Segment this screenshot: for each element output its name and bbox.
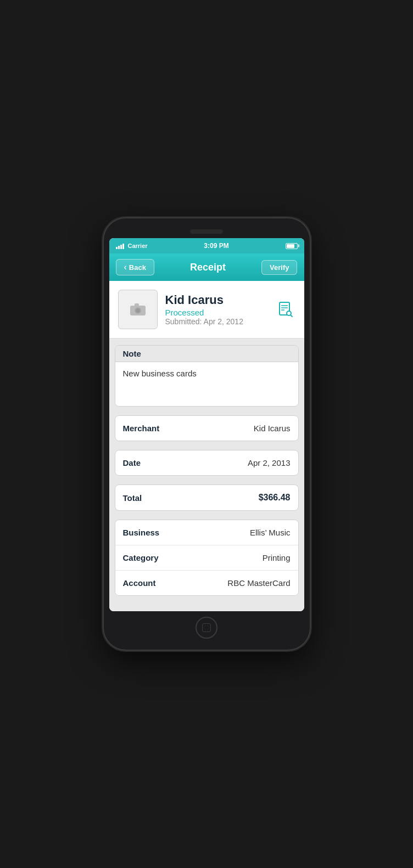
receipt-header: Kid Icarus Processed Submitted: Apr 2, 2…: [109, 281, 304, 339]
signal-bar-4: [122, 244, 124, 249]
date-value: Apr 2, 2013: [248, 458, 291, 467]
spacer-7: [109, 605, 304, 611]
phone-shell: Carrier 3:09 PM Back Receipt Verify: [104, 218, 310, 650]
status-bar: Carrier 3:09 PM: [109, 238, 304, 253]
date-label: Date: [123, 458, 141, 467]
receipt-status: Processed: [165, 308, 268, 317]
signal-bar-2: [118, 246, 120, 249]
account-row: Account RBC MasterCard: [115, 571, 298, 595]
total-value: $366.48: [259, 493, 291, 503]
time-label: 3:09 PM: [204, 242, 228, 250]
business-row: Business Ellis’ Music: [115, 520, 298, 545]
note-label: Note: [115, 346, 298, 362]
total-label: Total: [123, 493, 142, 503]
camera-body: [130, 306, 146, 315]
receipt-header-actions: [276, 300, 295, 319]
merchant-row: Merchant Kid Icarus: [115, 416, 298, 441]
battery-icon: [286, 243, 298, 249]
spacer-1: [109, 339, 304, 345]
phone-speaker: [190, 229, 223, 234]
date-row: Date Apr 2, 2013: [115, 450, 298, 475]
spacer-6: [109, 598, 304, 605]
spacer-3: [109, 443, 304, 450]
phone-screen: Carrier 3:09 PM Back Receipt Verify: [109, 238, 304, 611]
content-area: Kid Icarus Processed Submitted: Apr 2, 2…: [109, 281, 304, 611]
account-value: RBC MasterCard: [227, 578, 290, 588]
carrier-label: Carrier: [128, 243, 148, 249]
total-row: Total $366.48: [115, 484, 299, 511]
date-group: Date Apr 2, 2013: [115, 450, 299, 476]
details-group: Business Ellis’ Music Category Printing …: [115, 520, 299, 596]
verify-button[interactable]: Verify: [261, 260, 297, 275]
nav-bar: Back Receipt Verify: [109, 253, 304, 281]
home-button-inner: [202, 623, 211, 632]
spacer-2: [109, 409, 304, 415]
business-label: Business: [123, 528, 160, 537]
category-value: Printing: [263, 553, 291, 562]
account-label: Account: [123, 578, 156, 588]
signal-bars: [116, 243, 124, 249]
photo-thumbnail[interactable]: [118, 290, 158, 329]
business-value: Ellis’ Music: [250, 528, 291, 537]
note-group: Note New business cards: [115, 345, 299, 407]
spacer-5: [109, 513, 304, 520]
camera-lens: [135, 307, 141, 314]
status-right: [286, 243, 298, 249]
receipt-submitted: Submitted: Apr 2, 2012: [165, 317, 268, 326]
phone-bottom-bar: [109, 617, 304, 639]
receipt-info: Kid Icarus Processed Submitted: Apr 2, 2…: [165, 293, 268, 325]
document-search-icon[interactable]: [276, 300, 295, 319]
category-label: Category: [123, 553, 159, 562]
merchant-value: Kid Icarus: [254, 424, 291, 433]
home-button[interactable]: [196, 617, 217, 639]
back-button[interactable]: Back: [116, 259, 154, 275]
note-value[interactable]: New business cards: [115, 362, 298, 406]
phone-top-bar: [109, 229, 304, 234]
svg-line-5: [291, 315, 292, 317]
status-left: Carrier: [116, 243, 148, 249]
merchant-group: Merchant Kid Icarus: [115, 415, 299, 441]
battery-fill: [287, 244, 294, 248]
signal-bar-3: [120, 245, 122, 249]
merchant-label: Merchant: [123, 424, 160, 433]
receipt-merchant-name: Kid Icarus: [165, 293, 268, 307]
signal-bar-1: [116, 247, 118, 249]
page-title: Receipt: [190, 262, 226, 273]
camera-icon: [130, 303, 146, 315]
spacer-4: [109, 478, 304, 484]
category-row: Category Printing: [115, 545, 298, 571]
